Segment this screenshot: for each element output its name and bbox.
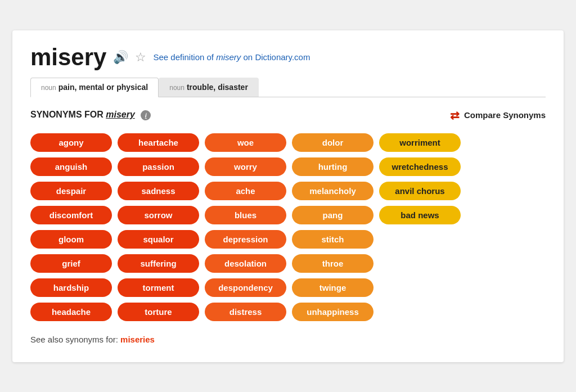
synonym-col-2: heartache passion sadness sorrow squalor… [118, 133, 205, 321]
see-also-prefix: See also synonyms for: [30, 335, 120, 344]
tab-trouble-noun: noun [169, 84, 184, 92]
synonyms-word: misery [106, 110, 135, 119]
pill-worriment[interactable]: worriment [379, 133, 461, 152]
word-title: misery [30, 44, 106, 71]
pill-dolor[interactable]: dolor [292, 133, 374, 152]
pill-desolation[interactable]: desolation [205, 254, 286, 273]
pill-discomfort[interactable]: discomfort [30, 206, 112, 224]
pill-grief[interactable]: grief [30, 254, 112, 273]
pill-despondency[interactable]: despondency [205, 278, 286, 297]
pill-despair[interactable]: despair [30, 182, 112, 200]
see-also-link[interactable]: miseries [120, 335, 155, 344]
dict-link-text-prefix: See definition of [153, 52, 216, 62]
dictionary-link[interactable]: See definition of misery on Dictionary.c… [153, 52, 310, 62]
tab-pain-label: pain, mental or physical [58, 83, 148, 92]
pill-sorrow[interactable]: sorrow [118, 206, 199, 224]
info-icon[interactable]: i [141, 110, 151, 120]
synonym-col-1: agony anguish despair discomfort gloom g… [30, 133, 118, 321]
pill-agony[interactable]: agony [30, 133, 112, 152]
pill-gloom[interactable]: gloom [30, 230, 112, 249]
pill-bad-news[interactable]: bad news [379, 206, 461, 224]
synonyms-header: SYNONYMS FOR misery i ⇄ Compare Synonyms [30, 109, 546, 122]
pill-melancholy[interactable]: melancholy [292, 182, 374, 200]
tabs: nounpain, mental or physical nountrouble… [30, 78, 546, 97]
main-card: misery 🔊 ☆ See definition of misery on D… [12, 30, 564, 362]
synonym-columns: agony anguish despair discomfort gloom g… [30, 133, 546, 321]
pill-sadness[interactable]: sadness [118, 182, 199, 200]
pill-stitch[interactable]: stitch [292, 230, 374, 249]
dict-link-text-suffix: on Dictionary.com [241, 52, 310, 62]
synonym-col-5: worriment wretchedness anvil chorus bad … [379, 133, 466, 321]
pill-squalor[interactable]: squalor [118, 230, 199, 249]
pill-torment[interactable]: torment [118, 278, 199, 297]
pill-passion[interactable]: passion [118, 157, 199, 176]
pill-worry[interactable]: worry [205, 157, 286, 176]
speaker-icon[interactable]: 🔊 [113, 50, 128, 65]
pill-wretchedness[interactable]: wretchedness [379, 157, 461, 176]
pill-ache[interactable]: ache [205, 182, 286, 200]
pill-twinge[interactable]: twinge [292, 278, 374, 297]
pill-blues[interactable]: blues [205, 206, 286, 224]
pill-pang[interactable]: pang [292, 206, 374, 224]
compare-label: Compare Synonyms [464, 110, 546, 120]
compare-icon: ⇄ [450, 109, 460, 122]
pill-anvil-chorus[interactable]: anvil chorus [379, 182, 461, 200]
tab-pain[interactable]: nounpain, mental or physical [30, 78, 159, 97]
see-also: See also synonyms for: miseries [30, 335, 546, 344]
pill-woe[interactable]: woe [205, 133, 286, 152]
star-icon[interactable]: ☆ [135, 50, 146, 65]
tab-trouble-label: trouble, disaster [187, 83, 248, 92]
header: misery 🔊 ☆ See definition of misery on D… [30, 44, 546, 71]
pill-suffering[interactable]: suffering [118, 254, 199, 273]
synonyms-title-text: SYNONYMS FOR misery i [30, 110, 151, 119]
pill-throe[interactable]: throe [292, 254, 374, 273]
tab-pain-noun: noun [41, 84, 56, 92]
tab-trouble[interactable]: nountrouble, disaster [159, 78, 259, 97]
pill-headache[interactable]: headache [30, 303, 112, 321]
pill-depression[interactable]: depression [205, 230, 286, 249]
synonym-col-3: woe worry ache blues depression desolati… [205, 133, 292, 321]
synonyms-title: SYNONYMS FOR misery i [30, 110, 151, 120]
pill-torture[interactable]: torture [118, 303, 199, 321]
pill-hurting[interactable]: hurting [292, 157, 374, 176]
compare-synonyms-button[interactable]: ⇄ Compare Synonyms [450, 109, 546, 122]
pill-distress[interactable]: distress [205, 303, 286, 321]
synonym-col-4: dolor hurting melancholy pang stitch thr… [292, 133, 379, 321]
pill-anguish[interactable]: anguish [30, 157, 112, 176]
pill-heartache[interactable]: heartache [118, 133, 199, 152]
dict-link-italic: misery [216, 52, 241, 62]
pill-unhappiness[interactable]: unhappiness [292, 303, 374, 321]
pill-hardship[interactable]: hardship [30, 278, 112, 297]
